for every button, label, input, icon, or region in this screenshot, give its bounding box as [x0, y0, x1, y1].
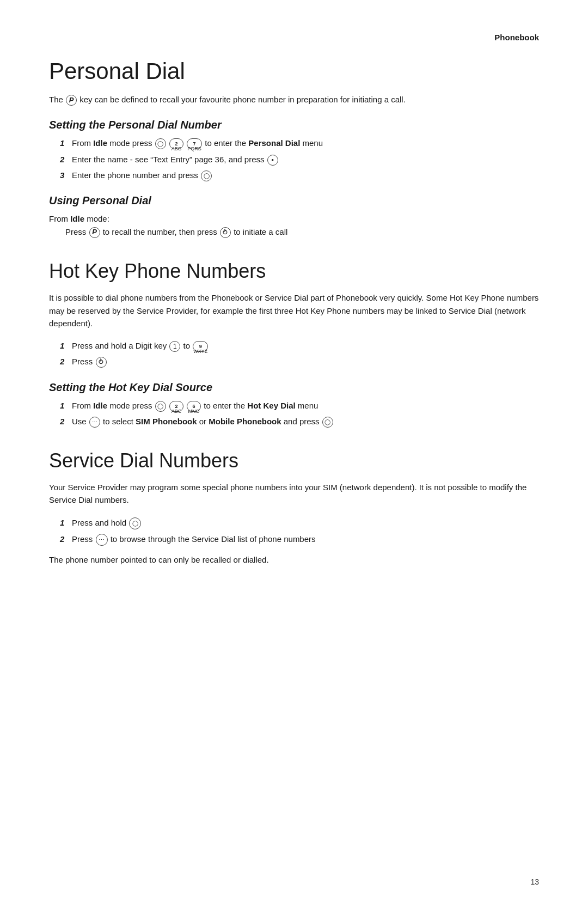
- header-label: Phonebook: [494, 33, 539, 42]
- 6mno-key-icon: 6MNO: [187, 401, 201, 412]
- nav-key-icon: ⋯: [89, 417, 100, 428]
- digit1-key-icon: 1: [169, 341, 180, 352]
- service-dial-intro: Your Service Provider may program some s…: [49, 481, 539, 507]
- list-item: 1 Press and hold a Digit key 1 to 9WXYZ: [60, 339, 539, 352]
- service-dial-title: Service Dial Numbers: [49, 449, 539, 472]
- 2abc-key-icon: 2ABC: [169, 138, 183, 149]
- personal-dial-title: Personal Dial: [49, 58, 539, 84]
- list-item: 1 Press and hold ◯: [60, 516, 539, 529]
- personal-dial-intro: The P key can be defined to recall your …: [49, 93, 539, 106]
- hot-key-list: 1 Press and hold a Digit key 1 to 9WXYZ …: [49, 339, 539, 368]
- nav-key-icon-2: ⋯: [96, 534, 108, 546]
- send-key-icon-2: ⥁: [96, 357, 107, 368]
- setting-personal-dial-list: 1 From Idle mode press ◯ 2ABC 7PQRS to e…: [49, 137, 539, 181]
- list-item: 1 From Idle mode press ◯ 2ABC 7PQRS to e…: [60, 137, 539, 149]
- using-personal-dial-steps: Press P to recall the number, then press…: [65, 227, 539, 238]
- p-key-icon-2: P: [89, 227, 100, 238]
- ok-key-icon-3: ◯: [155, 401, 166, 412]
- service-dial-section: Service Dial Numbers Your Service Provid…: [49, 449, 539, 566]
- from-idle-text: From Idle mode:: [49, 212, 539, 225]
- dot-key-icon: ●: [267, 155, 278, 166]
- using-personal-dial-indent: Press P to recall the number, then press…: [49, 227, 539, 238]
- list-item: 2 Use ⋯ to select SIM Phonebook or Mobil…: [60, 415, 539, 428]
- setting-personal-dial-title: Setting the Personal Dial Number: [49, 119, 539, 131]
- hot-key-intro: It is possible to dial phone numbers fro…: [49, 291, 539, 330]
- setting-hot-key-title: Setting the Hot Key Dial Source: [49, 381, 539, 394]
- 7pqrs-key-icon: 7PQRS: [187, 138, 202, 149]
- p-key-icon: P: [66, 95, 77, 106]
- ok-key-icon-4: ◯: [322, 417, 333, 428]
- service-dial-list: 1 Press and hold ◯ 2 Press ⋯ to browse t…: [49, 516, 539, 546]
- using-personal-dial-title: Using Personal Dial: [49, 194, 539, 207]
- ok-key-icon-2: ◯: [201, 170, 212, 181]
- list-item: 2 Press ⋯ to browse through the Service …: [60, 533, 539, 546]
- list-item: 1 From Idle mode press ◯ 2ABC 6MNO to en…: [60, 399, 539, 412]
- section-header: Phonebook: [49, 33, 539, 42]
- page-number: 13: [530, 877, 539, 886]
- 2abc-key-icon-2: 2ABC: [169, 401, 183, 412]
- list-item: 3 Enter the phone number and press ◯: [60, 169, 539, 181]
- hot-key-section: Hot Key Phone Numbers It is possible to …: [49, 260, 539, 428]
- digit9-key-icon: 9WXYZ: [193, 341, 208, 352]
- ok-key-icon-5: ◯: [129, 517, 141, 529]
- service-dial-footer: The phone number pointed to can only be …: [49, 553, 539, 566]
- send-key-icon: ⥁: [220, 227, 231, 238]
- hot-key-title: Hot Key Phone Numbers: [49, 260, 539, 283]
- list-item: 2 Enter the name - see “Text Entry” page…: [60, 153, 539, 166]
- ok-key-icon: ◯: [155, 138, 166, 149]
- list-item: 2 Press ⥁: [60, 355, 539, 368]
- hot-key-source-list: 1 From Idle mode press ◯ 2ABC 6MNO to en…: [49, 399, 539, 428]
